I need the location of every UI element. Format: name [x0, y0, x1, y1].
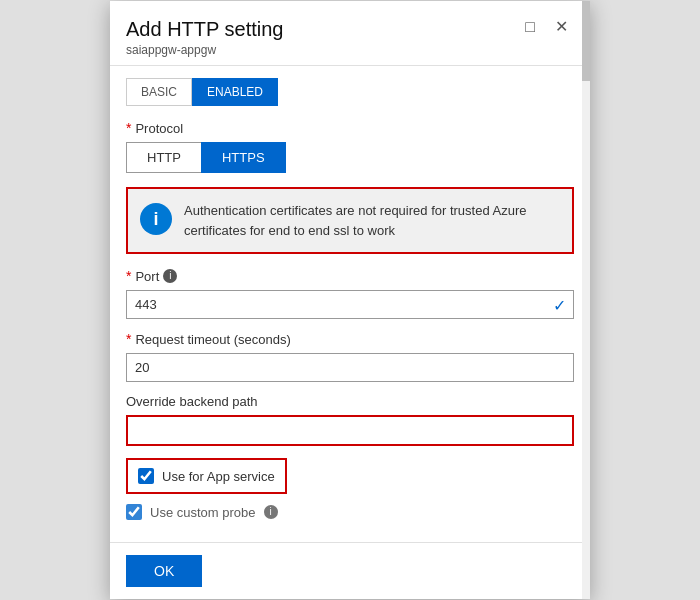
override-path-group: Override backend path	[126, 394, 574, 446]
port-input[interactable]	[126, 290, 574, 319]
tab-basic[interactable]: BASIC	[126, 78, 192, 106]
dialog-header: Add HTTP setting saiappgw-appgw □ ✕	[110, 1, 590, 66]
app-service-checkbox-group: Use for App service	[126, 458, 287, 494]
info-icon: i	[140, 203, 172, 235]
dialog-body: BASIC ENABLED * Protocol HTTP HTTPS i Au…	[110, 66, 590, 542]
port-info-icon: i	[163, 269, 177, 283]
scrollbar-thumb[interactable]	[582, 1, 590, 81]
timeout-required-star: *	[126, 331, 131, 347]
timeout-input[interactable]	[126, 353, 574, 382]
maximize-button[interactable]: □	[519, 17, 541, 37]
info-text: Authentication certificates are not requ…	[184, 201, 560, 240]
custom-probe-row: Use custom probe i	[126, 504, 574, 520]
port-group: * Port i ✓	[126, 268, 574, 319]
port-label: * Port i	[126, 268, 574, 284]
custom-probe-checkbox[interactable]	[126, 504, 142, 520]
header-controls: □ ✕	[519, 17, 574, 37]
override-path-input-wrapper	[126, 415, 574, 446]
port-check-icon: ✓	[553, 295, 566, 314]
info-box: i Authentication certificates are not re…	[126, 187, 574, 254]
ok-button[interactable]: OK	[126, 555, 202, 587]
custom-probe-label: Use custom probe	[150, 505, 256, 520]
tab-enabled[interactable]: ENABLED	[192, 78, 278, 106]
override-path-label: Override backend path	[126, 394, 574, 409]
port-input-wrapper: ✓	[126, 290, 574, 319]
protocol-buttons: HTTP HTTPS	[126, 142, 574, 173]
port-required-star: *	[126, 268, 131, 284]
timeout-input-wrapper	[126, 353, 574, 382]
dialog-title: Add HTTP setting	[126, 17, 283, 41]
app-service-checkbox[interactable]	[138, 468, 154, 484]
top-tabs: BASIC ENABLED	[126, 78, 574, 106]
protocol-http-button[interactable]: HTTP	[126, 142, 201, 173]
required-star: *	[126, 120, 131, 136]
custom-probe-info-icon: i	[264, 505, 278, 519]
app-service-label: Use for App service	[162, 469, 275, 484]
close-button[interactable]: ✕	[549, 17, 574, 37]
dialog-footer: OK	[110, 542, 590, 599]
timeout-group: * Request timeout (seconds)	[126, 331, 574, 382]
add-http-setting-dialog: Add HTTP setting saiappgw-appgw □ ✕ BASI…	[110, 1, 590, 599]
override-path-input[interactable]	[126, 415, 574, 446]
protocol-group: * Protocol HTTP HTTPS	[126, 120, 574, 173]
protocol-https-button[interactable]: HTTPS	[201, 142, 286, 173]
scrollbar-track[interactable]	[582, 1, 590, 599]
protocol-label: * Protocol	[126, 120, 574, 136]
dialog-subtitle: saiappgw-appgw	[126, 43, 283, 57]
timeout-label: * Request timeout (seconds)	[126, 331, 574, 347]
